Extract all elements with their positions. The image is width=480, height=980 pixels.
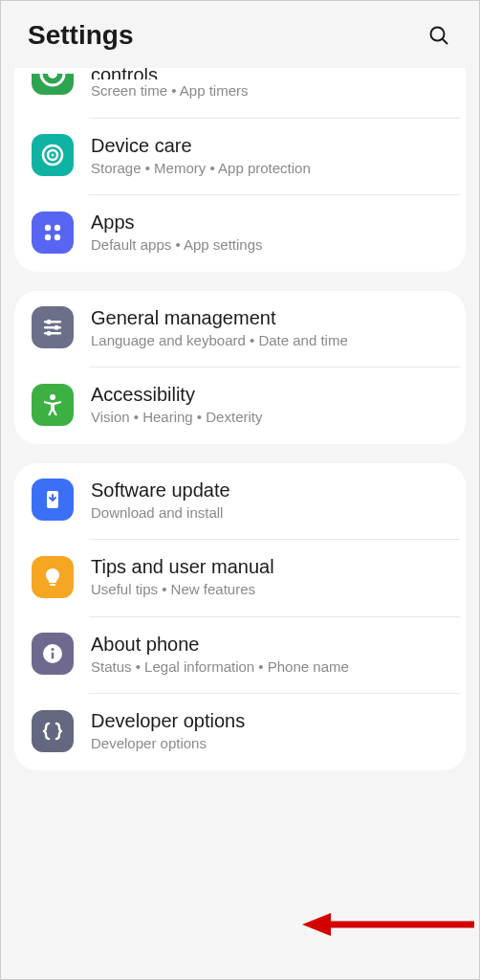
settings-header: Settings bbox=[1, 1, 479, 68]
row-title: Device care bbox=[91, 134, 311, 157]
about-phone-icon bbox=[32, 633, 74, 675]
device-care-icon bbox=[32, 134, 74, 176]
svg-line-1 bbox=[443, 39, 448, 45]
row-subtitle: Developer options bbox=[91, 734, 245, 753]
settings-group-2: General management Language and keyboard… bbox=[14, 291, 466, 444]
wellbeing-icon bbox=[32, 74, 74, 95]
svg-point-9 bbox=[45, 234, 51, 240]
row-text: General management Language and keyboard… bbox=[91, 306, 348, 350]
svg-rect-19 bbox=[50, 584, 55, 586]
settings-row-developer-options[interactable]: Developer options Developer options bbox=[14, 694, 466, 770]
svg-point-0 bbox=[431, 28, 445, 41]
row-subtitle: Storage • Memory • App protection bbox=[91, 159, 311, 178]
settings-row-digital-wellbeing[interactable]: controls Screen time • App timers bbox=[14, 68, 466, 118]
row-text: Accessibility Vision • Hearing • Dexteri… bbox=[91, 383, 262, 427]
row-text: About phone Status • Legal information •… bbox=[91, 633, 349, 677]
svg-point-16 bbox=[47, 331, 52, 336]
settings-group-1: controls Screen time • App timers Device… bbox=[14, 68, 466, 272]
svg-rect-22 bbox=[52, 653, 54, 659]
row-text: Tips and user manual Useful tips • New f… bbox=[91, 555, 274, 599]
row-title: About phone bbox=[91, 633, 349, 656]
row-subtitle: Screen time • App timers bbox=[91, 81, 248, 100]
row-title: General management bbox=[91, 306, 348, 329]
search-button[interactable] bbox=[425, 22, 452, 49]
settings-row-accessibility[interactable]: Accessibility Vision • Hearing • Dexteri… bbox=[14, 368, 466, 444]
settings-row-about-phone[interactable]: About phone Status • Legal information •… bbox=[14, 617, 466, 694]
svg-point-8 bbox=[55, 225, 60, 231]
general-management-icon bbox=[32, 306, 74, 348]
svg-point-14 bbox=[47, 320, 52, 324]
settings-row-device-care[interactable]: Device care Storage • Memory • App prote… bbox=[14, 119, 466, 195]
annotation-arrow bbox=[297, 905, 479, 944]
row-text: controls Screen time • App timers bbox=[91, 68, 248, 100]
row-text: Developer options Developer options bbox=[91, 709, 245, 753]
page-title: Settings bbox=[28, 20, 133, 51]
row-subtitle: Download and install bbox=[91, 503, 230, 523]
row-title: Tips and user manual bbox=[91, 555, 274, 578]
row-subtitle: Status • Legal information • Phone name bbox=[91, 657, 349, 677]
accessibility-icon bbox=[32, 384, 74, 426]
svg-point-6 bbox=[52, 154, 55, 157]
settings-row-apps[interactable]: Apps Default apps • App settings bbox=[14, 195, 466, 272]
settings-row-tips[interactable]: Tips and user manual Useful tips • New f… bbox=[14, 540, 466, 616]
software-update-icon bbox=[32, 479, 74, 521]
settings-row-software-update[interactable]: Software update Download and install bbox=[14, 463, 466, 540]
search-icon bbox=[427, 24, 450, 47]
svg-point-7 bbox=[45, 225, 51, 231]
apps-icon bbox=[32, 212, 74, 254]
row-title: controls bbox=[91, 68, 248, 79]
settings-group-3: Software update Download and install Tip… bbox=[14, 463, 466, 770]
svg-point-21 bbox=[52, 648, 55, 651]
row-title: Accessibility bbox=[91, 383, 262, 406]
row-text: Apps Default apps • App settings bbox=[91, 211, 263, 255]
svg-marker-24 bbox=[302, 913, 331, 936]
row-subtitle: Useful tips • New features bbox=[91, 580, 274, 599]
settings-row-general-management[interactable]: General management Language and keyboard… bbox=[14, 291, 466, 368]
svg-point-15 bbox=[55, 325, 59, 330]
row-text: Device care Storage • Memory • App prote… bbox=[91, 134, 311, 178]
row-title: Apps bbox=[91, 211, 263, 234]
svg-point-3 bbox=[48, 74, 57, 78]
row-title: Developer options bbox=[91, 709, 245, 732]
svg-point-10 bbox=[55, 234, 60, 240]
tips-icon bbox=[32, 556, 74, 598]
svg-point-17 bbox=[50, 394, 55, 400]
row-subtitle: Vision • Hearing • Dexterity bbox=[91, 408, 262, 427]
row-title: Software update bbox=[91, 479, 230, 501]
row-subtitle: Language and keyboard • Date and time bbox=[91, 331, 348, 350]
developer-options-icon bbox=[32, 710, 74, 752]
row-text: Software update Download and install bbox=[91, 479, 230, 523]
row-subtitle: Default apps • App settings bbox=[91, 235, 263, 255]
